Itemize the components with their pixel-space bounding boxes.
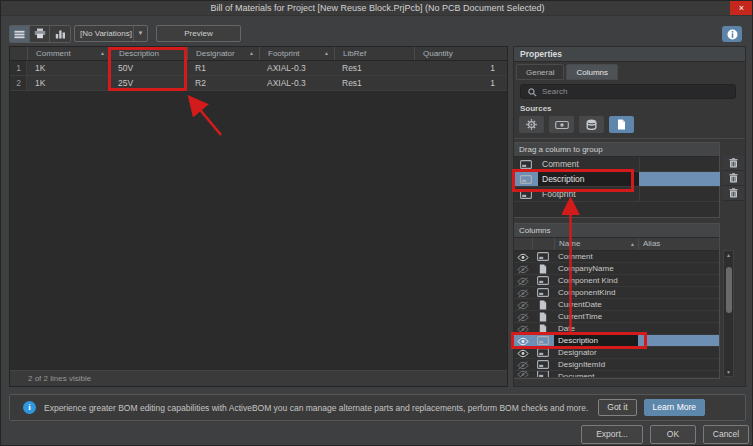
column-alias[interactable] xyxy=(638,287,719,298)
printer-view-button[interactable] xyxy=(30,26,50,42)
got-it-button[interactable]: Got it xyxy=(598,399,636,416)
alias-header-cell[interactable]: Alias xyxy=(638,238,719,250)
column-alias[interactable] xyxy=(638,275,719,286)
visibility-toggle[interactable] xyxy=(514,263,532,274)
ok-button[interactable]: OK xyxy=(650,425,696,444)
tab-general[interactable]: General xyxy=(516,64,564,80)
chevron-down-icon: ▼ xyxy=(133,26,147,41)
group-row-value[interactable] xyxy=(639,172,720,186)
column-header-comment[interactable]: Comment▲ xyxy=(27,47,110,60)
visibility-toggle[interactable] xyxy=(514,371,532,377)
column-header-designator[interactable]: Designator▲ xyxy=(187,47,259,60)
bom-cell[interactable]: Res1 xyxy=(334,61,414,75)
table-row[interactable]: 21K25VR2AXIAL-0.3Res11 xyxy=(10,76,507,91)
info-icon: i xyxy=(23,401,36,414)
search-box[interactable] xyxy=(520,84,736,99)
visibility-toggle[interactable] xyxy=(514,299,532,310)
column-alias[interactable] xyxy=(638,371,719,377)
bom-grid-rows: 11K50VR1AXIAL-0.3Res1121K25VR2AXIAL-0.3R… xyxy=(10,61,507,91)
group-row-comment[interactable]: Comment xyxy=(514,157,719,172)
name-header-cell[interactable]: Name ▲ xyxy=(554,238,638,250)
scroll-down-icon[interactable]: ▼ xyxy=(724,369,733,375)
learn-more-button[interactable]: Learn More xyxy=(644,399,705,416)
source-pcb-button[interactable] xyxy=(549,116,574,133)
scroll-up-icon[interactable]: ▲ xyxy=(724,252,733,258)
bom-cell[interactable]: R1 xyxy=(187,61,259,75)
columns-row-description[interactable]: Description xyxy=(514,335,719,347)
columns-row-designitemid[interactable]: DesignItemId xyxy=(514,359,719,371)
column-header-description[interactable]: Description xyxy=(110,47,187,60)
variations-dropdown[interactable]: [No Variations] ▼ xyxy=(74,25,148,42)
visibility-toggle[interactable] xyxy=(514,311,532,322)
sort-asc-icon: ▲ xyxy=(100,47,105,60)
bom-cell[interactable]: AXIAL-0.3 xyxy=(259,61,334,75)
group-box-title: Drag a column to group xyxy=(514,143,719,157)
bom-cell[interactable]: 50V xyxy=(110,61,187,75)
bom-cell[interactable]: Res1 xyxy=(334,76,414,90)
columns-row-document[interactable]: Document xyxy=(514,371,719,378)
eye-off-icon xyxy=(517,299,529,310)
bom-cell[interactable]: AXIAL-0.3 xyxy=(259,76,334,90)
source-database-button[interactable] xyxy=(579,116,604,133)
bom-cell[interactable]: 25V xyxy=(110,76,187,90)
visibility-toggle[interactable] xyxy=(514,335,532,346)
cancel-button[interactable]: Cancel xyxy=(703,425,749,444)
source-document-button[interactable] xyxy=(609,116,634,133)
table-row[interactable]: 11K50VR1AXIAL-0.3Res11 xyxy=(10,61,507,76)
column-header-footprint[interactable]: Footprint▲ xyxy=(259,47,334,60)
source-gear-button[interactable] xyxy=(519,116,544,133)
visibility-header-cell xyxy=(514,238,532,250)
columns-list-box: Columns Name ▲ Alias CommentCompanyNameC… xyxy=(514,223,720,379)
columns-row-component-kind[interactable]: Component Kind xyxy=(514,275,719,287)
column-alias[interactable] xyxy=(638,299,719,310)
visibility-toggle[interactable] xyxy=(514,359,532,370)
group-row-footprint[interactable]: Footprint xyxy=(514,187,719,202)
columns-row-currenttime[interactable]: CurrentTime xyxy=(514,311,719,323)
column-header-libref[interactable]: LibRef xyxy=(334,47,414,60)
bom-cell[interactable]: R2 xyxy=(187,76,259,90)
bom-dialog: Bill of Materials for Project [New Reuse… xyxy=(0,0,753,446)
group-columns-box: Drag a column to group CommentDescriptio… xyxy=(514,142,720,218)
group-row-value[interactable] xyxy=(639,187,720,201)
column-alias[interactable] xyxy=(638,335,719,346)
column-alias[interactable] xyxy=(638,323,719,334)
columns-row-date[interactable]: Date xyxy=(514,323,719,335)
column-alias[interactable] xyxy=(638,251,719,262)
columns-row-designator[interactable]: Designator xyxy=(514,347,719,359)
column-alias[interactable] xyxy=(638,359,719,370)
bom-cell[interactable]: 1 xyxy=(414,61,507,75)
columns-scrollbar[interactable]: ▲ ▼ xyxy=(723,250,734,377)
list-view-icon xyxy=(14,25,25,43)
columns-row-companyname[interactable]: CompanyName xyxy=(514,263,719,275)
export-button[interactable]: Export... xyxy=(581,425,643,444)
chart-view-button[interactable] xyxy=(50,26,70,42)
columns-row-currentdate[interactable]: CurrentDate xyxy=(514,299,719,311)
columns-row-comment[interactable]: Comment xyxy=(514,251,719,263)
column-header-quantity[interactable]: Quantity xyxy=(414,47,507,60)
search-input[interactable] xyxy=(542,87,712,96)
columns-row-componentkind[interactable]: ComponentKind xyxy=(514,287,719,299)
preview-button[interactable]: Preview xyxy=(156,25,241,42)
scrollbar-thumb[interactable] xyxy=(726,267,732,313)
group-row-description[interactable]: Description xyxy=(514,172,719,187)
bom-cell[interactable]: 1 xyxy=(414,76,507,90)
visibility-toggle[interactable] xyxy=(514,275,532,286)
info-button[interactable] xyxy=(722,26,742,42)
visibility-toggle[interactable] xyxy=(514,347,532,358)
column-alias[interactable] xyxy=(638,347,719,358)
column-alias[interactable] xyxy=(638,311,719,322)
window-title: Bill of Materials for Project [New Reuse… xyxy=(1,1,753,16)
visibility-toggle[interactable] xyxy=(514,251,532,262)
list-view-view-button[interactable] xyxy=(10,26,30,42)
grid-status-text: 2 of 2 lines visible xyxy=(10,370,507,386)
bom-cell[interactable]: 1K xyxy=(27,61,110,75)
delete-group-button[interactable] xyxy=(722,186,744,201)
group-row-value[interactable] xyxy=(639,157,720,171)
column-alias[interactable] xyxy=(638,263,719,274)
bom-cell[interactable]: 1K xyxy=(27,76,110,90)
close-button[interactable]: × xyxy=(730,1,753,15)
visibility-toggle[interactable] xyxy=(514,287,532,298)
visibility-toggle[interactable] xyxy=(514,323,532,334)
eye-off-icon xyxy=(517,263,529,274)
tab-columns[interactable]: Columns xyxy=(566,64,618,80)
